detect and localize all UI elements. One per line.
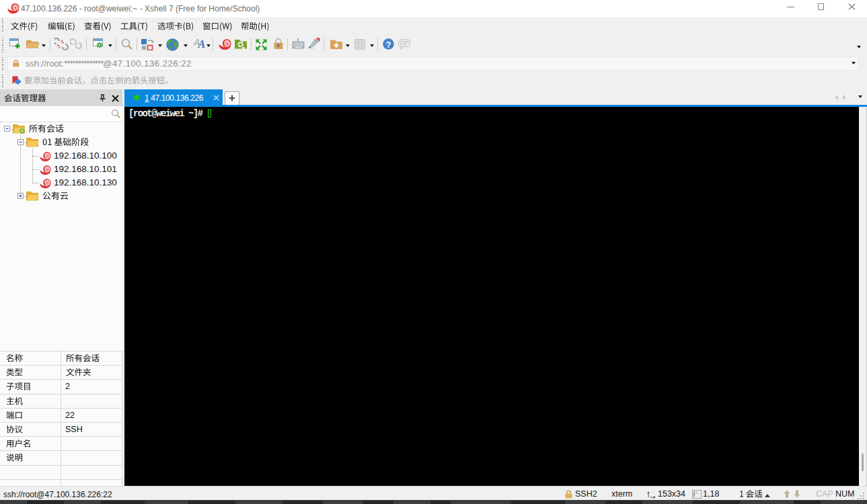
svg-text:?: ? — [386, 40, 391, 50]
svg-text:A: A — [198, 38, 206, 50]
